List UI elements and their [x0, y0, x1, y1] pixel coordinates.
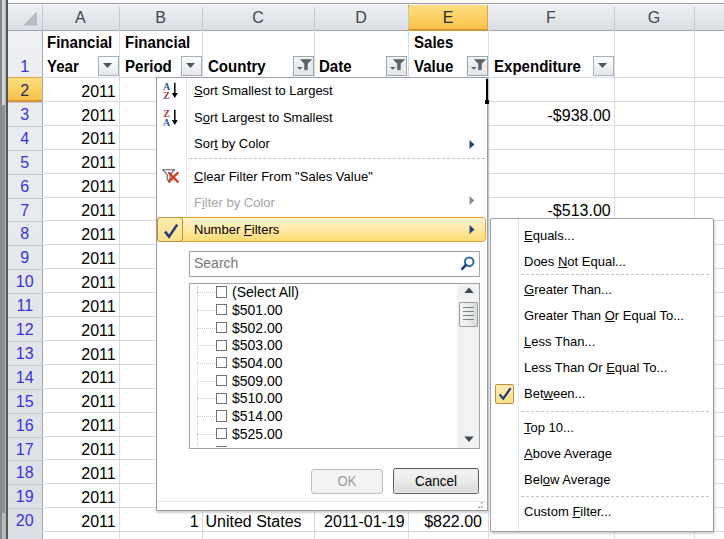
svg-text:Z: Z [163, 89, 170, 98]
svg-text:A: A [162, 116, 170, 125]
